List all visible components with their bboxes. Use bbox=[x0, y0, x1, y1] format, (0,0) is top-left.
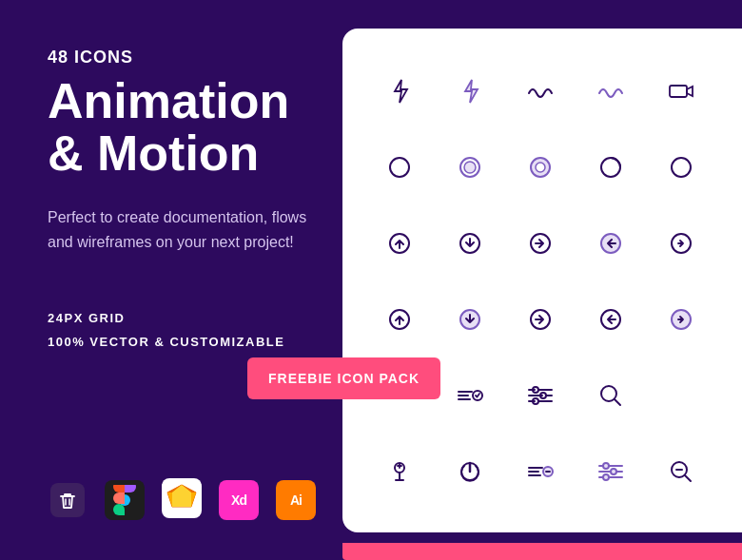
icon-search-2 bbox=[648, 437, 714, 506]
svg-point-37 bbox=[603, 474, 609, 480]
icon-circle-5 bbox=[648, 133, 714, 202]
icon-circle-1 bbox=[366, 133, 433, 202]
left-panel: 48 Icons Animation & Motion Perfect to c… bbox=[0, 0, 371, 560]
icon-arrow-left-circle-2 bbox=[577, 285, 644, 354]
icon-video bbox=[648, 57, 714, 126]
svg-point-16 bbox=[672, 158, 691, 177]
svg-point-12 bbox=[464, 162, 476, 173]
icon-arrow-left-circle-1 bbox=[577, 209, 644, 278]
trash-logo bbox=[48, 480, 88, 520]
pink-accent-bar bbox=[342, 543, 742, 560]
icon-lightning-1 bbox=[366, 57, 433, 126]
icon-circle-4 bbox=[577, 133, 644, 202]
icon-circle-3 bbox=[507, 133, 574, 202]
sketch-logo bbox=[162, 478, 202, 522]
svg-point-14 bbox=[536, 163, 545, 172]
specs-list: 24PX GRID 100% VECTOR & CUSTOMIZABLE bbox=[48, 311, 333, 349]
icon-arrow-right-circle-1 bbox=[507, 209, 574, 278]
svg-point-35 bbox=[603, 463, 609, 469]
icon-power-settings bbox=[437, 437, 503, 506]
icon-arrow-up-circle-2 bbox=[366, 285, 433, 354]
svg-rect-0 bbox=[50, 483, 85, 517]
icon-arrow-down-circle-1 bbox=[437, 209, 503, 278]
icon-lightning-2 bbox=[437, 57, 503, 126]
icon-arrow-small-circle-2 bbox=[648, 285, 714, 354]
svg-point-10 bbox=[390, 158, 409, 177]
main-title: Animation & Motion bbox=[48, 75, 333, 179]
icon-arrow-small-circle-1 bbox=[648, 209, 714, 278]
icon-empty-2 bbox=[648, 361, 714, 430]
icon-arrow-right-circle-2 bbox=[507, 285, 574, 354]
icon-circle-2 bbox=[437, 133, 503, 202]
icon-card: FREEBIE ICON PACK bbox=[342, 29, 742, 532]
icon-joystick bbox=[366, 437, 433, 506]
figma-logo bbox=[105, 480, 145, 520]
svg-rect-9 bbox=[670, 86, 687, 97]
icon-arrow-down-circle-2 bbox=[437, 285, 503, 354]
spec-vector: 100% VECTOR & CUSTOMIZABLE bbox=[48, 335, 333, 349]
spec-grid: 24PX GRID bbox=[48, 311, 333, 325]
svg-point-36 bbox=[611, 469, 616, 474]
ai-logo: Ai bbox=[276, 480, 316, 520]
main-container: 48 Icons Animation & Motion Perfect to c… bbox=[0, 0, 742, 560]
icon-wave-1 bbox=[507, 57, 574, 126]
icon-speed-lines-2 bbox=[507, 437, 574, 506]
icons-grid bbox=[366, 57, 718, 513]
tool-logos: Xd Ai bbox=[48, 478, 333, 522]
freebie-badge[interactable]: FREEBIE ICON PACK bbox=[247, 357, 440, 399]
icon-settings-lines-2 bbox=[577, 437, 644, 506]
xd-logo: Xd bbox=[219, 480, 259, 520]
icon-speed-lines bbox=[437, 361, 503, 430]
svg-marker-8 bbox=[172, 492, 191, 507]
description-text: Perfect to create documentation, flows a… bbox=[48, 205, 333, 254]
icons-count: 48 Icons bbox=[48, 48, 333, 68]
left-content: 48 Icons Animation & Motion Perfect to c… bbox=[48, 48, 333, 396]
icon-settings-lines bbox=[507, 361, 574, 430]
icon-search-1 bbox=[577, 361, 644, 430]
icon-arrow-up-circle-1 bbox=[366, 209, 433, 278]
icon-wave-2 bbox=[577, 57, 644, 126]
